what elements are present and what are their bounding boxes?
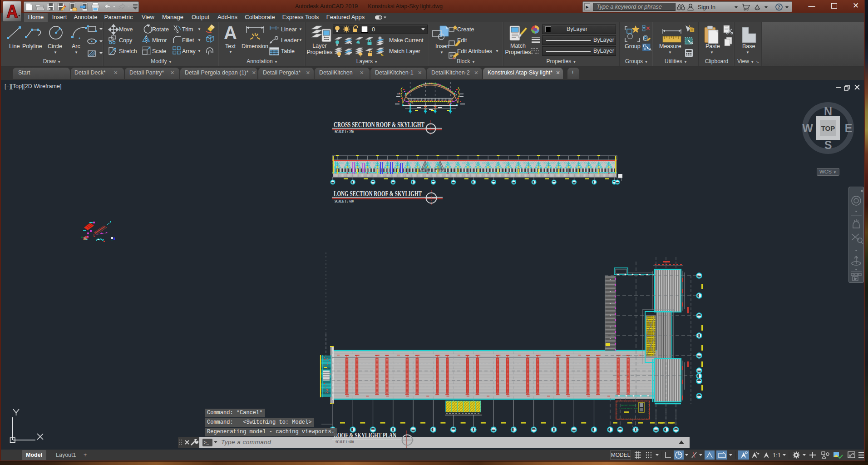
svg-text:S: S — [824, 139, 832, 151]
svg-text:CROSS SECTION ROOF & SKYLIGHT: CROSS SECTION ROOF & SKYLIGHT — [334, 120, 424, 129]
svg-text:W: W — [802, 122, 813, 134]
svg-text:& PIZZA SHOP CAFE: & PIZZA SHOP CAFE — [619, 407, 638, 410]
svg-text:SCALE 1 : 600: SCALE 1 : 600 — [335, 199, 354, 203]
svg-text:SCALE 1 : 600: SCALE 1 : 600 — [335, 440, 354, 444]
svg-text:0: 0 — [372, 26, 375, 33]
svg-text:E: E — [845, 122, 853, 134]
svg-text:SCALE 1 : 250: SCALE 1 : 250 — [335, 130, 354, 134]
svg-text:N: N — [824, 105, 832, 118]
svg-text:BAKERY DINNER: BAKERY DINNER — [621, 404, 636, 406]
svg-text:1:1: 1:1 — [773, 452, 781, 459]
svg-text:?: ? — [778, 5, 780, 10]
svg-text:TOP: TOP — [821, 124, 835, 132]
svg-text:Sign In: Sign In — [698, 4, 715, 10]
svg-text:LONG SECTION ROOF & SKYLIGHT: LONG SECTION ROOF & SKYLIGHT — [334, 189, 422, 198]
